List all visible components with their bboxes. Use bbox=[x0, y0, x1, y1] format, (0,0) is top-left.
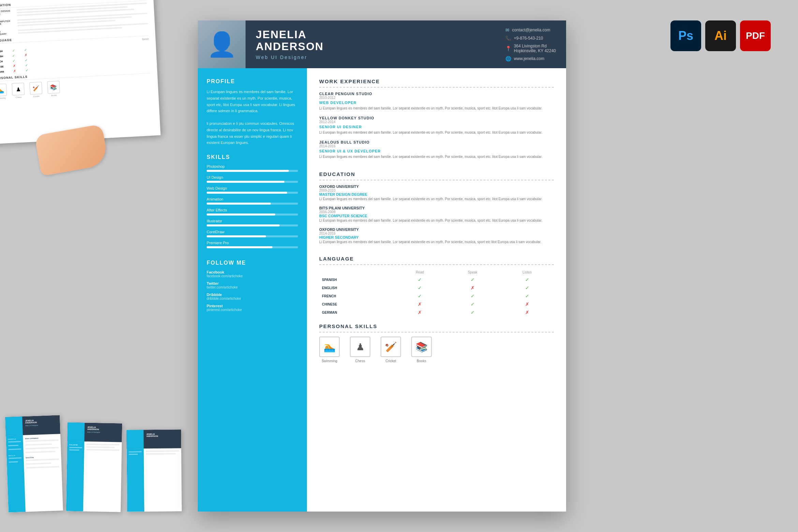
skill-item: CorelDraw bbox=[207, 230, 298, 237]
language-speak: ✓ bbox=[445, 292, 500, 300]
follow-platform: Pinterest bbox=[207, 304, 298, 308]
skill-bar-fill bbox=[207, 235, 266, 237]
language-title: LANGUAGE bbox=[319, 256, 554, 262]
skill-bar-background bbox=[207, 246, 298, 248]
education-dates: 2009-2010 bbox=[319, 189, 554, 192]
work-dates: 2014-2016 bbox=[319, 144, 554, 148]
education-section: EDUCATION OXFORD UNIVERSITY 2009-2010 MA… bbox=[319, 171, 554, 249]
skill-label: Illustrator bbox=[207, 219, 298, 223]
education-description: Li Europan lingues es membres del sam fa… bbox=[319, 239, 554, 245]
language-section: LANGUAGE Read Speak Listen SPANISH ✓ ✓ ✓… bbox=[319, 256, 554, 316]
language-read: ✓ bbox=[395, 292, 445, 300]
education-list: OXFORD UNIVERSITY 2009-2010 MASTER DESIG… bbox=[319, 184, 554, 245]
contact-phone: 📞 +9-876-543-210 bbox=[505, 35, 556, 41]
contact-website: 🌐 www.jenelia.com bbox=[505, 56, 556, 61]
header-contact-section: ✉ contact@jenelia.com 📞 +9-876-543-210 📍… bbox=[495, 20, 566, 68]
language-listen: ✓ bbox=[500, 276, 554, 284]
language-listen: ✗ bbox=[500, 308, 554, 316]
language-name: CHINESE bbox=[319, 300, 395, 308]
profile-text-1: Li Europan lingues es membres del sam fa… bbox=[207, 89, 298, 114]
language-speak: ✗ bbox=[445, 284, 500, 292]
skill-bar-background bbox=[207, 224, 298, 226]
language-table: Read Speak Listen SPANISH ✓ ✓ ✓ ENGLISH … bbox=[319, 269, 554, 316]
skill-label: CorelDraw bbox=[207, 230, 298, 234]
follow-me-section: FOLLOW ME Facebook facebook.com/artichok… bbox=[207, 260, 298, 315]
education-item: BITS PILANI UNIVERSITY 2006-2009 BSC COM… bbox=[319, 206, 554, 223]
follow-handle: pinterest.com/artichoke bbox=[207, 308, 298, 312]
education-degree: BSC COMPUTER SCIENCE bbox=[319, 214, 554, 218]
left-mockup: EDUCATION MASTER DESIGN DEGREE BSC COMPU… bbox=[0, 0, 191, 532]
language-listen: ✗ bbox=[500, 300, 554, 308]
work-item: CLEAR PENGUIN STUDIO 2010-2012 WEB DEVEL… bbox=[319, 92, 554, 111]
language-row: FRENCH ✓ ✓ ✓ bbox=[319, 292, 554, 300]
personal-skill-item: 📚 Books bbox=[411, 337, 432, 363]
education-degree: HIGHER SECONDARY bbox=[319, 235, 554, 239]
education-description: Li Europan lingues es membres del sam fa… bbox=[319, 218, 554, 223]
language-speak: ✓ bbox=[445, 308, 500, 316]
work-item: YELLOW DONKEY STUDIO 2012-2014 SENIOR UI… bbox=[319, 116, 554, 135]
right-column: WORK EXPERIENCE CLEAR PENGUIN STUDIO 201… bbox=[307, 68, 566, 512]
skill-bar-background bbox=[207, 170, 298, 172]
language-row: GERMAN ✗ ✓ ✗ bbox=[319, 308, 554, 316]
work-role: WEB DEVELOPER bbox=[319, 101, 554, 105]
photoshop-button[interactable]: Ps bbox=[670, 20, 701, 51]
candidate-title: Web UI Designer bbox=[256, 55, 485, 60]
skill-bar-background bbox=[207, 181, 298, 183]
language-row: ENGLISH ✓ ✗ ✓ bbox=[319, 284, 554, 292]
contact-email: ✉ contact@jenelia.com bbox=[505, 27, 556, 33]
profile-text-2: li pronunciation e li plu commun vocabul… bbox=[207, 120, 298, 146]
work-company: CLEAR PENGUIN STUDIO bbox=[319, 92, 554, 96]
skill-bar-fill bbox=[207, 246, 272, 248]
education-dates: 2006-2009 bbox=[319, 210, 554, 214]
work-role: SENIOR UI & UX DEVELOPER bbox=[319, 149, 554, 153]
education-item: OXFORD UNIVERSITY 2014-2016 HIGHER SECON… bbox=[319, 227, 554, 245]
language-name: SPANISH bbox=[319, 276, 395, 284]
skill-item: After Effects bbox=[207, 208, 298, 216]
personal-skill-label: Cricket bbox=[385, 359, 396, 363]
illustrator-button[interactable]: Ai bbox=[705, 20, 736, 51]
skill-label: Web Design bbox=[207, 186, 298, 190]
language-name: ENGLISH bbox=[319, 284, 395, 292]
follow-item: Pinterest pinterest.com/artichoke bbox=[207, 304, 298, 312]
profile-section-title: PROFILE bbox=[207, 78, 298, 85]
education-degree: MASTER DESIGN DEGREE bbox=[319, 192, 554, 196]
work-item: JEALOUS BULL STUDIO 2014-2016 SENIOR UI … bbox=[319, 140, 554, 160]
personal-skill-label: Swimming bbox=[322, 359, 337, 363]
skill-bar-background bbox=[207, 192, 298, 194]
education-university: OXFORD UNIVERSITY bbox=[319, 227, 554, 232]
work-description: Li Europan lingues es membres del sam fa… bbox=[319, 130, 554, 135]
skill-bar-fill bbox=[207, 224, 280, 226]
resume-body: PROFILE Li Europan lingues es membres de… bbox=[198, 68, 566, 512]
work-role: SENIOR UI DESINER bbox=[319, 125, 554, 129]
resume-header: 👤 JENELIA ANDERSON Web UI Designer ✉ con… bbox=[198, 20, 566, 68]
contact-address: 📍 364 Livingston Rd Hopkinsville, KY 422… bbox=[505, 44, 556, 53]
education-dates: 2014-2016 bbox=[319, 232, 554, 235]
toolbar: Ps Ai PDF bbox=[670, 20, 771, 51]
work-experience-section: WORK EXPERIENCE CLEAR PENGUIN STUDIO 201… bbox=[319, 78, 554, 164]
work-company: JEALOUS BULL STUDIO bbox=[319, 140, 554, 144]
work-dates: 2012-2014 bbox=[319, 120, 554, 124]
language-row: SPANISH ✓ ✓ ✓ bbox=[319, 276, 554, 284]
skill-label: After Effects bbox=[207, 208, 298, 212]
skill-bar-background bbox=[207, 235, 298, 237]
follow-handle: facebook.com/artichoke bbox=[207, 274, 298, 278]
follow-item: Facebook facebook.com/artichoke bbox=[207, 270, 298, 278]
pdf-button[interactable]: PDF bbox=[740, 20, 771, 51]
personal-skill-item: 🏏 Cricket bbox=[381, 337, 401, 363]
skill-label: UI Design bbox=[207, 175, 298, 179]
work-company: YELLOW DONKEY STUDIO bbox=[319, 116, 554, 120]
language-row: CHINESE ✗ ✓ ✗ bbox=[319, 300, 554, 308]
header-name-section: JENELIA ANDERSON Web UI Designer bbox=[246, 20, 495, 68]
language-read: ✓ bbox=[395, 284, 445, 292]
skills-section: SKILLS Photoshop UI Design Web Design An… bbox=[207, 154, 298, 252]
skill-bar-fill bbox=[207, 213, 275, 216]
education-university: BITS PILANI UNIVERSITY bbox=[319, 206, 554, 210]
follow-platform: Dribbble bbox=[207, 293, 298, 297]
language-speak: ✓ bbox=[445, 300, 500, 308]
language-name: FRENCH bbox=[319, 292, 395, 300]
personal-skill-icon: ♟ bbox=[350, 337, 370, 357]
skill-item: Animation bbox=[207, 197, 298, 205]
education-title: EDUCATION bbox=[319, 171, 554, 177]
profile-section: PROFILE Li Europan lingues es membres de… bbox=[207, 78, 298, 146]
skill-label: Photoshop bbox=[207, 164, 298, 168]
